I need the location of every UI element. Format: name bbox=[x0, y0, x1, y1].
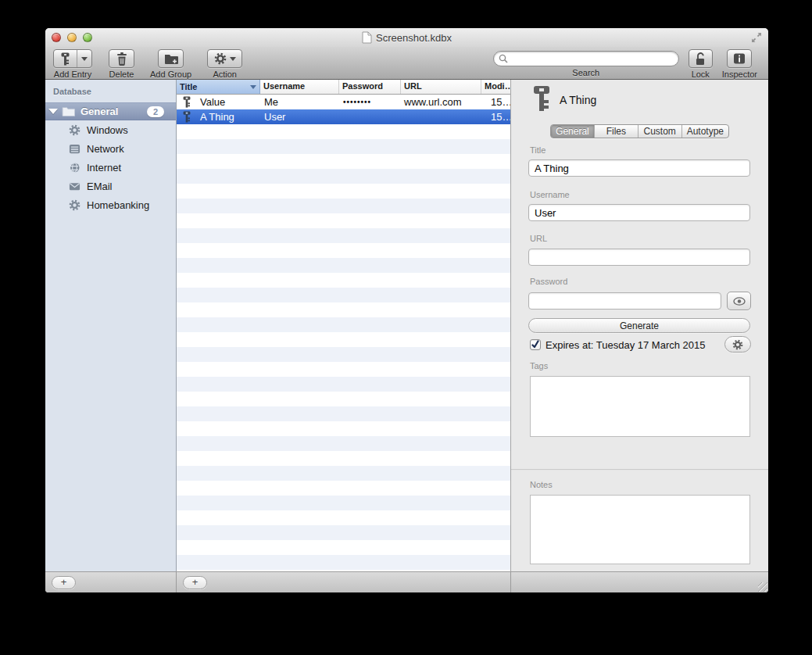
show-password-button[interactable] bbox=[727, 292, 751, 310]
sidebar-item-network[interactable]: Network bbox=[45, 139, 176, 158]
entry-url: www.url.com bbox=[401, 96, 481, 108]
gear-icon bbox=[732, 339, 743, 350]
add-entry-dropdown[interactable] bbox=[77, 50, 91, 67]
inspector-tabs: General Files Custom Autotype bbox=[550, 124, 729, 138]
sidebar-header: Database bbox=[45, 80, 176, 96]
section-divider bbox=[511, 469, 768, 471]
globe-icon bbox=[69, 162, 80, 174]
column-header-modified[interactable]: Modi… bbox=[481, 80, 510, 94]
checkmark-icon bbox=[531, 340, 540, 349]
column-header-username[interactable]: Username bbox=[260, 80, 339, 94]
sidebar-item-label: Homebanking bbox=[87, 199, 149, 211]
expires-label: Expires at: Tuesday 17 March 2015 bbox=[546, 339, 706, 351]
delete-label: Delete bbox=[109, 70, 134, 79]
column-header-title[interactable]: Title bbox=[177, 80, 260, 94]
tags-label: Tags bbox=[530, 361, 548, 370]
toolbar: Add Entry bbox=[45, 47, 768, 80]
search-icon bbox=[499, 54, 508, 63]
folder-plus-icon bbox=[164, 53, 178, 65]
generate-button[interactable]: Generate bbox=[528, 318, 750, 333]
notes-field[interactable] bbox=[530, 495, 750, 564]
gear-icon bbox=[214, 52, 227, 65]
inspector-panel: A Thing General Files Custom Autotype Ti… bbox=[511, 80, 768, 571]
sidebar-group-label: General bbox=[80, 106, 147, 117]
title-field[interactable] bbox=[528, 159, 750, 177]
add-group-label: Add Group bbox=[150, 70, 191, 79]
entry-password: •••••••• bbox=[339, 98, 401, 106]
key-icon bbox=[183, 111, 191, 123]
action-label: Action bbox=[213, 70, 237, 79]
sidebar-item-homebanking[interactable]: Homebanking bbox=[45, 195, 176, 214]
disclosure-triangle-icon[interactable] bbox=[48, 109, 58, 114]
chevron-down-icon bbox=[230, 57, 236, 61]
search-field[interactable] bbox=[493, 51, 679, 66]
server-icon bbox=[69, 143, 80, 155]
expires-options-button[interactable] bbox=[724, 336, 751, 353]
url-field[interactable] bbox=[528, 249, 750, 266]
add-group-button[interactable] bbox=[158, 49, 184, 68]
document-icon bbox=[362, 31, 372, 44]
sidebar-item-label: Network bbox=[87, 143, 124, 155]
password-field[interactable] bbox=[528, 292, 721, 310]
entry-username: User bbox=[260, 111, 339, 123]
sidebar-item-windows[interactable]: Windows bbox=[45, 120, 176, 139]
fullscreen-icon[interactable] bbox=[751, 32, 762, 43]
entry-username: Me bbox=[260, 96, 339, 108]
delete-button[interactable] bbox=[109, 49, 134, 68]
action-button[interactable] bbox=[207, 49, 242, 68]
username-field[interactable] bbox=[528, 204, 750, 221]
entry-title: A Thing bbox=[200, 111, 234, 123]
sidebar-item-internet[interactable]: Internet bbox=[45, 158, 176, 177]
sidebar-item-email[interactable]: EMail bbox=[45, 177, 176, 195]
entry-rows: Value Me •••••••• www.url.com 15… bbox=[177, 95, 510, 571]
window-title: Screenshot.kdbx bbox=[376, 32, 452, 44]
titlebar[interactable]: Screenshot.kdbx bbox=[45, 28, 768, 47]
url-label: URL bbox=[530, 234, 547, 243]
title-label: Title bbox=[530, 145, 546, 155]
add-entry-button[interactable] bbox=[53, 49, 92, 68]
sidebar-item-label: Internet bbox=[87, 162, 121, 174]
app-window: Screenshot.kdbx bbox=[45, 28, 768, 592]
table-row[interactable]: Value Me •••••••• www.url.com 15… bbox=[177, 95, 510, 109]
add-group-plus-button[interactable]: + bbox=[52, 576, 76, 589]
key-icon bbox=[533, 84, 550, 113]
key-icon bbox=[183, 96, 191, 108]
entry-title: Value bbox=[200, 96, 225, 108]
gear-icon bbox=[69, 199, 80, 211]
tab-files[interactable]: Files bbox=[594, 125, 638, 138]
entry-table-header: Title Username Password URL Modi… bbox=[177, 80, 510, 95]
expires-checkbox[interactable] bbox=[530, 339, 541, 350]
column-header-url[interactable]: URL bbox=[401, 80, 481, 94]
lock-label: Lock bbox=[692, 70, 710, 79]
inspector-label: Inspector bbox=[722, 70, 757, 79]
entry-modified: 15… bbox=[481, 111, 510, 123]
password-label: Password bbox=[530, 277, 567, 286]
sidebar-group-badge: 2 bbox=[147, 106, 164, 117]
desktop: Screenshot.kdbx bbox=[0, 0, 812, 655]
add-entry-plus-button[interactable]: + bbox=[183, 576, 207, 589]
sidebar-group-general[interactable]: General 2 bbox=[45, 102, 176, 120]
search-input[interactable] bbox=[511, 53, 674, 64]
gear-icon bbox=[69, 124, 80, 136]
chevron-down-icon bbox=[81, 57, 88, 61]
tab-general[interactable]: General bbox=[551, 125, 594, 138]
tab-autotype[interactable]: Autotype bbox=[681, 125, 728, 138]
lock-button[interactable] bbox=[689, 49, 713, 68]
trash-icon bbox=[116, 52, 127, 66]
eye-icon bbox=[733, 297, 746, 306]
inspector-button[interactable] bbox=[727, 49, 752, 68]
sidebar-item-label: Windows bbox=[87, 124, 128, 136]
column-header-password[interactable]: Password bbox=[339, 80, 401, 94]
bottom-bar: + + bbox=[45, 571, 768, 592]
sidebar-item-label: EMail bbox=[87, 181, 113, 192]
username-label: Username bbox=[530, 190, 570, 199]
envelope-icon bbox=[69, 181, 80, 192]
unlock-icon bbox=[694, 52, 706, 66]
info-icon bbox=[733, 53, 746, 64]
resize-grip[interactable] bbox=[758, 582, 767, 592]
sort-descending-icon bbox=[250, 85, 256, 89]
tags-field[interactable] bbox=[530, 376, 750, 437]
table-row-selected[interactable]: A Thing User 15… bbox=[177, 109, 510, 124]
tab-custom[interactable]: Custom bbox=[638, 125, 681, 138]
notes-label: Notes bbox=[530, 480, 553, 489]
